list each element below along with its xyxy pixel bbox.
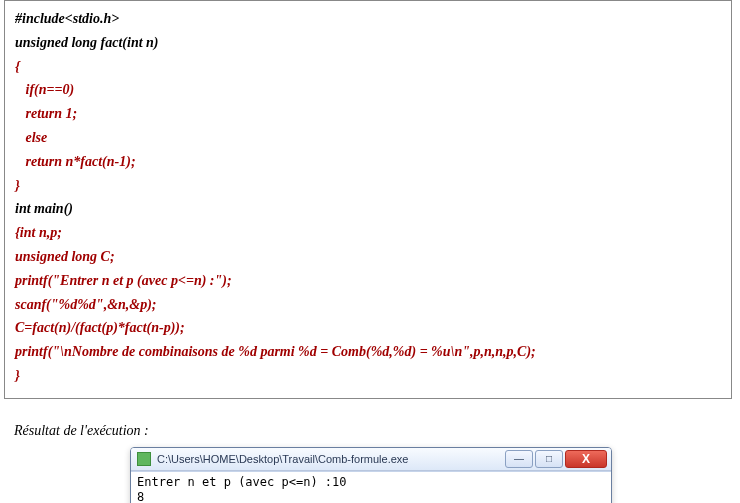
result-label: Résultat de l'exécution :: [14, 423, 740, 439]
minimize-icon: —: [514, 454, 524, 464]
title-bar[interactable]: C:\Users\HOME\Desktop\Travail\Comb-formu…: [131, 448, 611, 471]
code-line: unsigned long C;: [15, 245, 721, 269]
app-icon: [137, 452, 151, 466]
code-line: {: [15, 55, 721, 79]
code-line: #include<stdio.h>: [15, 7, 721, 31]
code-line: scanf("%d%d",&n,&p);: [15, 293, 721, 317]
window-buttons: — □ X: [505, 450, 607, 468]
code-line: C=fact(n)/(fact(p)*fact(n-p));: [15, 316, 721, 340]
code-line: return n*fact(n-1);: [15, 150, 721, 174]
code-line: }: [15, 364, 721, 388]
code-line: }: [15, 174, 721, 198]
console-line: 8: [137, 490, 605, 503]
code-line: printf("Entrer n et p (avec p<=n) :");: [15, 269, 721, 293]
console-window: C:\Users\HOME\Desktop\Travail\Comb-formu…: [130, 447, 612, 503]
code-line: printf("\nNombre de combinaisons de %d p…: [15, 340, 721, 364]
code-line: unsigned long fact(int n): [15, 31, 721, 55]
code-listing: #include<stdio.h> unsigned long fact(int…: [4, 0, 732, 399]
code-line: else: [15, 126, 721, 150]
close-icon: X: [582, 453, 590, 465]
maximize-icon: □: [546, 454, 552, 464]
close-button[interactable]: X: [565, 450, 607, 468]
window-title: C:\Users\HOME\Desktop\Travail\Comb-formu…: [157, 453, 505, 465]
code-line: {int n,p;: [15, 221, 721, 245]
code-line: if(n==0): [15, 78, 721, 102]
maximize-button[interactable]: □: [535, 450, 563, 468]
console-body: Entrer n et p (avec p<=n) :10 8 Nombre d…: [131, 471, 611, 503]
console-line: Entrer n et p (avec p<=n) :10: [137, 475, 605, 490]
code-line: return 1;: [15, 102, 721, 126]
code-line: int main(): [15, 197, 721, 221]
minimize-button[interactable]: —: [505, 450, 533, 468]
